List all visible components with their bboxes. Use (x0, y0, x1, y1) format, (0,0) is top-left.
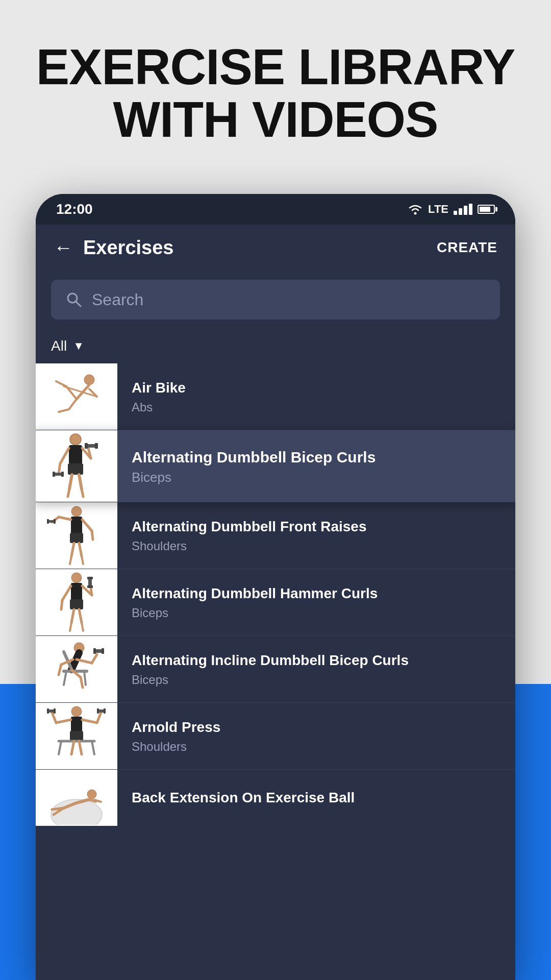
svg-line-64 (77, 659, 92, 663)
list-item[interactable]: Alternating Dumbbell Bicep Curls Biceps (36, 430, 515, 502)
svg-rect-84 (47, 708, 49, 714)
exercise-thumbnail (36, 703, 117, 769)
svg-rect-87 (97, 708, 99, 714)
exercise-thumbnail (36, 430, 117, 502)
exercise-muscle: Shoulders (132, 740, 501, 754)
list-item[interactable]: Alternating Dumbbell Front Raises Should… (36, 502, 515, 569)
svg-line-49 (62, 586, 71, 600)
exercise-name: Arnold Press (132, 718, 501, 737)
svg-point-11 (70, 434, 81, 445)
list-item[interactable]: Air Bike Abs (36, 363, 515, 430)
list-item[interactable]: Arnold Press Shoulders (36, 703, 515, 770)
status-time: 12:00 (56, 201, 93, 217)
incline-curl-figure (41, 636, 112, 702)
exercise-info: Back Extension On Exercise Ball (117, 789, 515, 807)
svg-line-76 (92, 741, 94, 754)
svg-point-3 (84, 375, 94, 385)
create-button[interactable]: CREATE (437, 239, 497, 256)
exercise-thumbnail (36, 363, 117, 430)
svg-rect-27 (61, 472, 64, 477)
battery-icon (478, 205, 495, 214)
exercise-info: Alternating Dumbbell Front Raises Should… (117, 518, 515, 553)
svg-line-18 (60, 448, 69, 463)
svg-line-7 (69, 399, 77, 409)
status-bar: 12:00 LTE (36, 194, 515, 225)
exercise-name: Alternating Dumbbell Front Raises (132, 518, 501, 536)
svg-line-61 (84, 671, 86, 685)
svg-rect-29 (71, 517, 82, 534)
network-label: LTE (428, 203, 448, 216)
svg-rect-40 (47, 519, 49, 524)
search-placeholder: Search (92, 290, 143, 309)
list-item[interactable]: Alternating Dumbbell Hammer Curls Biceps (36, 569, 515, 636)
svg-rect-85 (54, 708, 56, 714)
back-button[interactable]: ← (54, 237, 73, 259)
svg-line-14 (69, 475, 72, 489)
svg-line-78 (79, 741, 82, 754)
exercise-name: Alternating Dumbbell Hammer Curls (132, 584, 501, 603)
exercise-muscle: Biceps (132, 606, 501, 620)
bicep-curl-figure (37, 430, 114, 502)
svg-rect-41 (54, 519, 56, 524)
app-header: ← Exercises CREATE (36, 225, 515, 271)
screen-title: Exercises (83, 237, 437, 259)
exercise-info: Alternating Dumbbell Hammer Curls Biceps (117, 584, 515, 620)
svg-line-34 (82, 556, 83, 564)
exercise-name: Back Extension On Exercise Ball (132, 789, 501, 807)
list-item[interactable]: Alternating Incline Dumbbell Bicep Curls… (36, 636, 515, 703)
filter-row: All ▼ (36, 331, 515, 363)
svg-line-46 (70, 623, 71, 631)
exercise-list: Air Bike Abs (36, 363, 515, 826)
svg-line-94 (52, 808, 64, 810)
svg-line-33 (79, 543, 82, 556)
search-bar[interactable]: Search (51, 280, 500, 320)
svg-point-42 (71, 573, 82, 583)
page-headline: EXERCISE LIBRARY WITH VIDEOS (0, 41, 551, 146)
hammer-curl-figure (41, 570, 112, 635)
svg-line-16 (79, 475, 82, 489)
svg-rect-67 (93, 648, 96, 654)
svg-line-70 (59, 665, 61, 675)
wifi-icon (408, 204, 423, 215)
svg-line-60 (64, 671, 66, 685)
svg-line-15 (68, 489, 69, 497)
svg-line-65 (92, 654, 97, 663)
svg-rect-72 (71, 717, 82, 732)
svg-line-63 (81, 677, 83, 688)
svg-rect-68 (102, 648, 104, 654)
svg-line-31 (71, 543, 74, 556)
back-extension-figure (41, 771, 112, 825)
svg-line-17 (82, 489, 83, 497)
svg-line-75 (59, 741, 61, 754)
svg-rect-43 (71, 583, 82, 600)
svg-line-80 (52, 713, 56, 723)
exercise-thumbnail (36, 770, 117, 826)
filter-dropdown-arrow[interactable]: ▼ (73, 339, 84, 353)
list-item[interactable]: Back Extension On Exercise Ball (36, 770, 515, 826)
svg-rect-12 (69, 445, 82, 464)
search-icon (65, 291, 83, 308)
exercise-info: Alternating Incline Dumbbell Bicep Curls… (117, 651, 515, 687)
exercise-muscle: Biceps (132, 470, 504, 485)
exercise-name: Alternating Incline Dumbbell Bicep Curls (132, 651, 501, 670)
exercise-thumbnail (36, 569, 117, 635)
svg-line-48 (82, 623, 83, 631)
svg-line-45 (71, 609, 74, 623)
arnold-press-figure (41, 703, 112, 769)
exercise-muscle: Abs (132, 400, 501, 414)
svg-line-35 (59, 517, 71, 520)
svg-line-6 (56, 381, 66, 386)
svg-rect-24 (95, 443, 98, 449)
exercise-name: Air Bike (132, 379, 501, 397)
svg-rect-13 (68, 463, 83, 475)
svg-rect-44 (70, 599, 83, 609)
svg-rect-26 (53, 472, 55, 477)
air-bike-figure (41, 369, 112, 425)
svg-rect-73 (70, 731, 83, 741)
exercise-info: Air Bike Abs (117, 379, 515, 414)
svg-line-77 (71, 741, 74, 754)
svg-line-82 (97, 713, 101, 723)
signal-icon (454, 204, 472, 215)
svg-line-8 (59, 409, 69, 412)
exercise-info: Arnold Press Shoulders (117, 718, 515, 753)
